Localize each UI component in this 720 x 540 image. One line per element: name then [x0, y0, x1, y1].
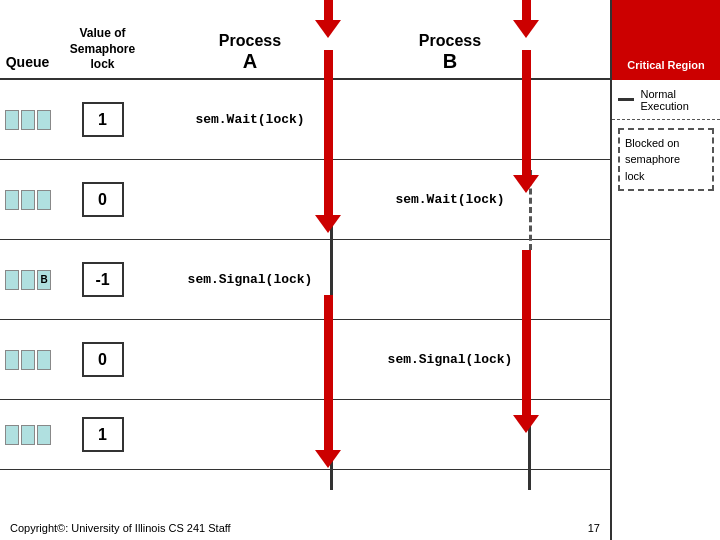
legend-blocked-row: Blocked onsemaphorelock — [612, 120, 720, 540]
queue-cell — [0, 350, 55, 370]
queue-cell — [0, 110, 55, 130]
sem-signal-lock-a: sem.Signal(lock) — [188, 272, 313, 287]
critical-region-indicator: Critical Region — [612, 0, 720, 80]
queue-block — [5, 425, 19, 445]
process-a-arrow-continue — [315, 295, 341, 468]
queue-block — [21, 110, 35, 130]
queue-header: Queue — [0, 54, 55, 78]
main-container: Queue Value ofSemaphorelock ProcessA Pro… — [0, 0, 720, 540]
legend-blocked-border: Blocked onsemaphorelock — [618, 128, 714, 191]
queue-cell — [0, 425, 55, 445]
queue-block — [21, 425, 35, 445]
critical-region-label: Critical Region — [627, 59, 705, 75]
queue-block — [37, 425, 51, 445]
sem-value-box: 0 — [82, 182, 124, 217]
queue-block — [21, 270, 35, 290]
queue-block — [37, 110, 51, 130]
process-b-arrow-down — [513, 50, 539, 193]
sem-cell: 1 — [55, 417, 150, 452]
semaphore-header: Value ofSemaphorelock — [55, 26, 150, 78]
sem-wait-lock-b: sem.Wait(lock) — [395, 192, 504, 207]
sem-cell: 1 — [55, 102, 150, 137]
queue-block — [21, 190, 35, 210]
sem-value-box: 1 — [82, 102, 124, 137]
process-a-arrow-down — [315, 50, 341, 233]
sem-cell: -1 — [55, 262, 150, 297]
sem-value-box: -1 — [82, 262, 124, 297]
queue-block-b: B — [37, 270, 51, 290]
legend-area: Critical Region Normal Execution Blocked… — [610, 0, 720, 540]
queue-block — [5, 110, 19, 130]
queue-block — [5, 270, 19, 290]
blocked-label: Blocked onsemaphorelock — [625, 137, 680, 182]
footer: Copyright©: University of Illinois CS 24… — [0, 522, 610, 534]
queue-block — [37, 350, 51, 370]
legend-normal-row: Normal Execution — [612, 80, 720, 120]
sem-wait-lock-a: sem.Wait(lock) — [195, 112, 304, 127]
legend-normal-line — [618, 98, 634, 101]
sem-value-box: 0 — [82, 342, 124, 377]
queue-cell: B — [0, 270, 55, 290]
copyright: Copyright©: University of Illinois CS 24… — [10, 522, 231, 534]
process-a-arrow-top — [315, 0, 341, 38]
diagram-wrapper: Queue Value ofSemaphorelock ProcessA Pro… — [0, 0, 610, 540]
normal-execution-label: Normal Execution — [640, 88, 720, 112]
sem-cell: 0 — [55, 182, 150, 217]
queue-cell — [0, 190, 55, 210]
sem-value-box: 1 — [82, 417, 124, 452]
process-b-arrow-top — [513, 0, 539, 38]
page-number: 17 — [588, 522, 600, 534]
queue-block — [5, 350, 19, 370]
queue-block — [21, 350, 35, 370]
process-b-arrow-resume — [513, 250, 539, 433]
sem-cell: 0 — [55, 342, 150, 377]
queue-block — [37, 190, 51, 210]
sem-signal-lock-b: sem.Signal(lock) — [388, 352, 513, 367]
queue-block — [5, 190, 19, 210]
